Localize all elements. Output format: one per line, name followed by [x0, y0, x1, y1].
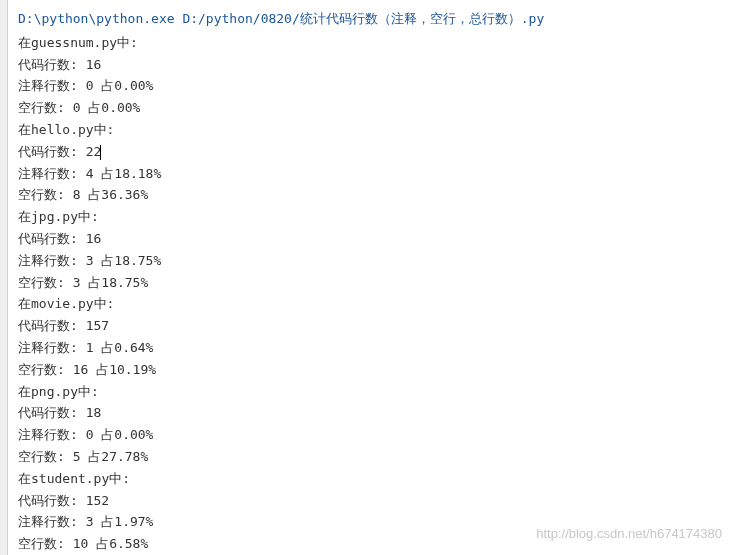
blank-line-count: 空行数: 5 占27.78%: [18, 446, 734, 468]
console-output: D:\python\python.exe D:/python/0820/统计代码…: [0, 0, 734, 555]
blank-line-count: 空行数: 0 占0.00%: [18, 97, 734, 119]
script-path: D:/python/0820/统计代码行数（注释，空行，总行数）.py: [182, 11, 544, 26]
output-lines: 在guessnum.py中:代码行数: 16注释行数: 0 占0.00%空行数:…: [18, 32, 734, 555]
blank-line-count: 空行数: 16 占10.19%: [18, 359, 734, 381]
comment-line-count: 注释行数: 4 占18.18%: [18, 163, 734, 185]
file-header-line: 在student.py中:: [18, 468, 734, 490]
gutter: [0, 0, 8, 555]
code-line-count: 代码行数: 157: [18, 315, 734, 337]
blank-line-count: 空行数: 3 占18.75%: [18, 272, 734, 294]
file-header-line: 在png.py中:: [18, 381, 734, 403]
comment-line-count: 注释行数: 0 占0.00%: [18, 75, 734, 97]
code-line-count: 代码行数: 16: [18, 228, 734, 250]
file-header-line: 在jpg.py中:: [18, 206, 734, 228]
watermark: http://blog.csdn.net/h674174380: [536, 526, 722, 541]
code-line-count: 代码行数: 22: [18, 141, 734, 163]
comment-line-count: 注释行数: 3 占18.75%: [18, 250, 734, 272]
blank-line-count: 空行数: 8 占36.36%: [18, 184, 734, 206]
code-line-count: 代码行数: 16: [18, 54, 734, 76]
interpreter-path: D:\python\python.exe: [18, 11, 175, 26]
file-header-line: 在guessnum.py中:: [18, 32, 734, 54]
file-header-line: 在movie.py中:: [18, 293, 734, 315]
file-header-line: 在hello.py中:: [18, 119, 734, 141]
comment-line-count: 注释行数: 0 占0.00%: [18, 424, 734, 446]
code-line-count: 代码行数: 18: [18, 402, 734, 424]
run-header: D:\python\python.exe D:/python/0820/统计代码…: [18, 8, 734, 30]
text-cursor: [100, 145, 101, 160]
comment-line-count: 注释行数: 1 占0.64%: [18, 337, 734, 359]
code-line-count: 代码行数: 152: [18, 490, 734, 512]
